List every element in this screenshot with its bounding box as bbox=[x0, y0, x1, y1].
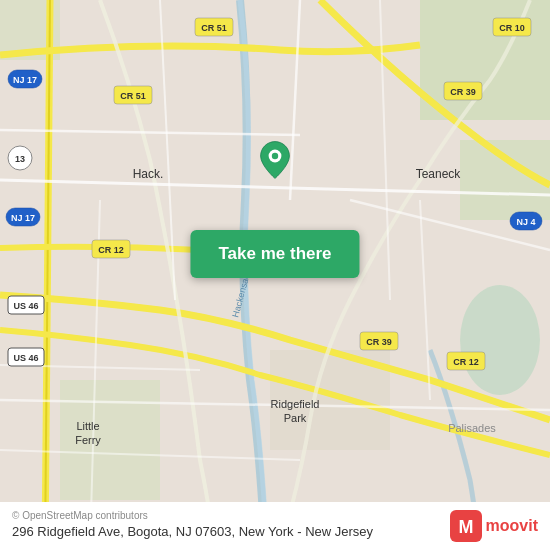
svg-text:CR 51: CR 51 bbox=[201, 23, 227, 33]
take-me-there-button[interactable]: Take me there bbox=[190, 230, 359, 278]
svg-rect-1 bbox=[420, 0, 550, 120]
moovit-logo: M moovit bbox=[450, 510, 538, 542]
osm-credit: © OpenStreetMap contributors bbox=[12, 510, 440, 521]
svg-text:CR 39: CR 39 bbox=[450, 87, 476, 97]
svg-text:Little: Little bbox=[76, 420, 99, 432]
svg-text:CR 51: CR 51 bbox=[120, 91, 146, 101]
svg-text:US 46: US 46 bbox=[13, 301, 38, 311]
address-text: 296 Ridgefield Ave, Bogota, NJ 07603, Ne… bbox=[12, 523, 440, 541]
svg-text:CR 10: CR 10 bbox=[499, 23, 525, 33]
bottom-bar: © OpenStreetMap contributors 296 Ridgefi… bbox=[0, 502, 550, 550]
map-container: CR 51 CR 51 NJ 17 NJ 17 CR 10 CR 39 13 C… bbox=[0, 0, 550, 550]
svg-text:M: M bbox=[458, 517, 473, 537]
moovit-text: moovit bbox=[486, 517, 538, 535]
svg-text:Ridgefield: Ridgefield bbox=[271, 398, 320, 410]
svg-text:CR 12: CR 12 bbox=[98, 245, 124, 255]
svg-text:CR 12: CR 12 bbox=[453, 357, 479, 367]
svg-text:NJ 4: NJ 4 bbox=[516, 217, 535, 227]
moovit-icon: M bbox=[450, 510, 482, 542]
svg-text:Ferry: Ferry bbox=[75, 434, 101, 446]
svg-point-3 bbox=[460, 285, 540, 395]
svg-point-53 bbox=[272, 153, 278, 159]
svg-text:13: 13 bbox=[15, 154, 25, 164]
map-pin bbox=[255, 140, 295, 180]
svg-text:US 46: US 46 bbox=[13, 353, 38, 363]
bottom-bar-left: © OpenStreetMap contributors 296 Ridgefi… bbox=[12, 510, 440, 541]
svg-text:Palisades: Palisades bbox=[448, 422, 496, 434]
svg-text:Park: Park bbox=[284, 412, 307, 424]
svg-text:NJ 17: NJ 17 bbox=[13, 75, 37, 85]
svg-text:Hack.: Hack. bbox=[133, 167, 164, 181]
svg-text:CR 39: CR 39 bbox=[366, 337, 392, 347]
svg-text:Teaneck: Teaneck bbox=[416, 167, 462, 181]
svg-text:NJ 17: NJ 17 bbox=[11, 213, 35, 223]
